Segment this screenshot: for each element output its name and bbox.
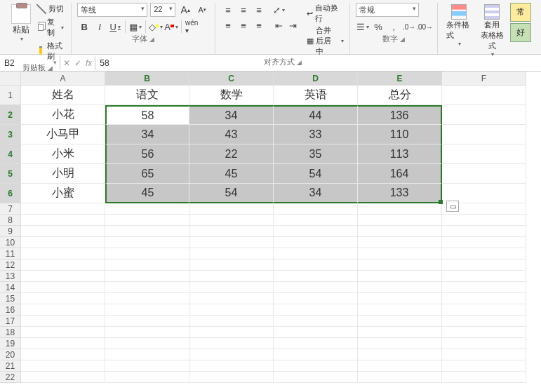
row-header-5[interactable]: 5	[0, 164, 21, 184]
phonetic-button[interactable]: wén▾	[185, 20, 199, 34]
cell-C15[interactable]	[189, 293, 274, 304]
cell-F11[interactable]	[442, 248, 526, 259]
row-header-10[interactable]: 10	[0, 237, 21, 248]
column-header-C[interactable]: C	[189, 72, 274, 86]
cell-B18[interactable]	[105, 327, 189, 338]
formula-input[interactable]: 58	[95, 56, 541, 70]
cell-C11[interactable]	[189, 248, 274, 259]
select-all-corner[interactable]	[0, 72, 21, 86]
cell-D17[interactable]	[274, 316, 358, 327]
cell-C10[interactable]	[189, 237, 274, 248]
row-header-7[interactable]: 7	[0, 203, 21, 215]
cell-D22[interactable]	[274, 372, 358, 383]
row-header-21[interactable]: 21	[0, 360, 21, 372]
cell-D9[interactable]	[274, 226, 358, 237]
cell-B5[interactable]: 65	[105, 164, 189, 184]
cell-C9[interactable]	[189, 226, 274, 237]
cell-B14[interactable]	[105, 282, 189, 293]
cell-D2[interactable]: 44	[274, 105, 358, 125]
cell-A3[interactable]: 小马甲	[21, 125, 105, 144]
number-dialog-launcher[interactable]: ◢	[400, 36, 405, 43]
cell-A5[interactable]: 小明	[21, 164, 105, 184]
cell-E20[interactable]	[358, 349, 442, 360]
row-header-2[interactable]: 2	[0, 105, 21, 125]
cell-A22[interactable]	[21, 372, 105, 383]
row-header-15[interactable]: 15	[0, 293, 21, 304]
cell-D7[interactable]	[274, 203, 358, 215]
font-size-combo[interactable]: 22	[150, 3, 175, 17]
cell-B6[interactable]: 45	[105, 184, 189, 203]
cell-C18[interactable]	[189, 327, 274, 338]
cell-B15[interactable]	[105, 293, 189, 304]
orientation-button[interactable]: ⤢▾	[272, 3, 286, 17]
cell-B7[interactable]	[105, 203, 189, 215]
row-header-3[interactable]: 3	[0, 125, 21, 144]
row-header-13[interactable]: 13	[0, 271, 21, 282]
cell-A14[interactable]	[21, 282, 105, 293]
cell-D12[interactable]	[274, 259, 358, 271]
column-header-D[interactable]: D	[274, 72, 358, 86]
cell-D16[interactable]	[274, 304, 358, 316]
cancel-formula-button[interactable]: ✕	[63, 58, 70, 68]
decrease-font-button[interactable]: A▾	[195, 3, 209, 17]
comma-button[interactable]: ,	[387, 20, 401, 34]
cell-E8[interactable]	[358, 215, 442, 226]
row-header-20[interactable]: 20	[0, 349, 21, 360]
cell-E5[interactable]: 164	[358, 164, 442, 184]
cell-C7[interactable]	[189, 203, 274, 215]
cell-E1[interactable]: 总分	[358, 86, 442, 105]
cell-E16[interactable]	[358, 304, 442, 316]
cell-D15[interactable]	[274, 293, 358, 304]
cell-C8[interactable]	[189, 215, 274, 226]
wrap-text-button[interactable]: ↩自动换行	[307, 3, 344, 24]
row-header-9[interactable]: 9	[0, 226, 21, 237]
cell-A9[interactable]	[21, 226, 105, 237]
decrease-decimal-button[interactable]: .00→	[418, 20, 432, 34]
cell-B3[interactable]: 34	[105, 125, 189, 144]
row-header-1[interactable]: 1	[0, 86, 21, 105]
cell-D10[interactable]	[274, 237, 358, 248]
cell-F22[interactable]	[442, 372, 526, 383]
column-header-A[interactable]: A	[21, 72, 105, 86]
cell-C3[interactable]: 43	[189, 125, 274, 144]
cell-C5[interactable]: 45	[189, 164, 274, 184]
align-middle-button[interactable]: ≡	[236, 3, 251, 17]
row-header-12[interactable]: 12	[0, 259, 21, 271]
cell-A6[interactable]: 小蜜	[21, 184, 105, 203]
cell-B8[interactable]	[105, 215, 189, 226]
cell-E18[interactable]	[358, 327, 442, 338]
cell-E2[interactable]: 136	[358, 105, 442, 125]
row-header-16[interactable]: 16	[0, 304, 21, 316]
row-header-11[interactable]: 11	[0, 248, 21, 259]
cell-A2[interactable]: 小花	[21, 105, 105, 125]
conditional-format-button[interactable]: 条件格式▾	[443, 3, 474, 48]
paste-options-button[interactable]: ▭	[446, 201, 459, 212]
row-header-6[interactable]: 6	[0, 184, 21, 203]
table-format-button[interactable]: 套用 表格格式▾	[477, 3, 507, 59]
cell-C2[interactable]: 34	[189, 105, 274, 125]
cell-C6[interactable]: 54	[189, 184, 274, 203]
cell-E22[interactable]	[358, 372, 442, 383]
row-header-4[interactable]: 4	[0, 144, 21, 164]
cell-C19[interactable]	[189, 338, 274, 349]
cell-B22[interactable]	[105, 372, 189, 383]
font-color-button[interactable]: A▾	[164, 20, 178, 34]
cell-F5[interactable]	[442, 164, 526, 184]
cell-A20[interactable]	[21, 349, 105, 360]
column-header-B[interactable]: B	[105, 72, 189, 86]
cell-B1[interactable]: 语文	[105, 86, 189, 105]
row-header-8[interactable]: 8	[0, 215, 21, 226]
font-dialog-launcher[interactable]: ◢	[149, 36, 154, 43]
cell-F4[interactable]	[442, 144, 526, 164]
number-format-combo[interactable]: 常规	[356, 3, 419, 17]
row-header-14[interactable]: 14	[0, 282, 21, 293]
cell-C14[interactable]	[189, 282, 274, 293]
insert-function-button[interactable]: fx	[86, 58, 92, 68]
increase-indent-button[interactable]: ⇥	[286, 18, 300, 32]
cell-A17[interactable]	[21, 316, 105, 327]
cell-D13[interactable]	[274, 271, 358, 282]
cell-D14[interactable]	[274, 282, 358, 293]
cell-A12[interactable]	[21, 259, 105, 271]
cell-F21[interactable]	[442, 360, 526, 372]
row-header-17[interactable]: 17	[0, 316, 21, 327]
